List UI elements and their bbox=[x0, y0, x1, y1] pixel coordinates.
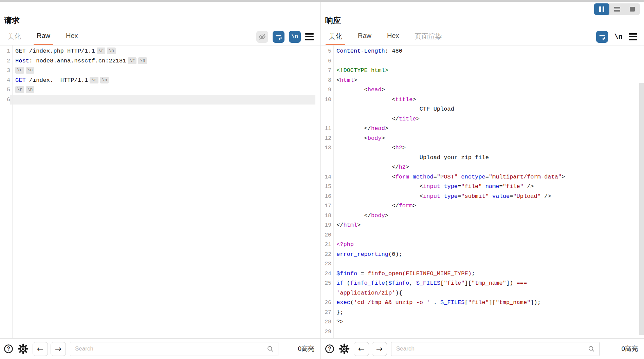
response-panel: 响应 美化RawHex页面渲染 \n 5Content-Length bbox=[321, 2, 644, 359]
code-token: head bbox=[371, 125, 385, 132]
tab-beautify[interactable]: 美化 bbox=[7, 32, 21, 45]
code-token: h2 bbox=[395, 145, 402, 151]
word-wrap-icon[interactable] bbox=[596, 31, 608, 43]
code-token: </ bbox=[336, 125, 371, 132]
newline-display-icon[interactable]: \n bbox=[612, 31, 624, 43]
tab-raw[interactable]: Raw bbox=[358, 32, 371, 45]
code-line-content: <!DOCTYPE html> bbox=[331, 66, 639, 76]
code-line: 16 <input type="submit" value="Upload" /… bbox=[321, 192, 644, 202]
crlf-badge: \n bbox=[138, 57, 147, 64]
line-number: 11 bbox=[321, 124, 331, 134]
tab-render[interactable]: 页面渲染 bbox=[415, 32, 442, 45]
code-line-content bbox=[331, 259, 639, 269]
hide-empty-icon[interactable] bbox=[256, 31, 268, 43]
line-number bbox=[321, 153, 331, 163]
code-token: [ bbox=[464, 299, 468, 306]
code-token: value bbox=[492, 193, 510, 200]
code-line: 20 bbox=[321, 230, 644, 240]
code-token: "file" bbox=[468, 299, 489, 306]
code-line: 24$finfo = finfo_open(FILEINFO_MIME_TYPE… bbox=[321, 269, 644, 279]
code-token: ][ bbox=[489, 299, 496, 306]
response-editor[interactable]: 5Content-Length: 48067<!DOCTYPE html>8<h… bbox=[321, 45, 644, 338]
response-panel-title: 响应 bbox=[325, 15, 341, 26]
code-line: 6 bbox=[321, 56, 644, 66]
code-token bbox=[482, 183, 485, 190]
code-line: 3\r\n bbox=[0, 66, 320, 76]
search-input[interactable] bbox=[395, 345, 588, 353]
line-number: 29 bbox=[321, 327, 331, 337]
search-input[interactable] bbox=[74, 345, 266, 353]
code-token: finfo_file bbox=[350, 280, 385, 286]
code-token: "POST" bbox=[437, 174, 458, 180]
next-match-button[interactable]: → bbox=[51, 342, 66, 356]
code-token: "multipart/form-data" bbox=[489, 174, 562, 180]
code-token: GET bbox=[15, 77, 26, 83]
code-line: 25if (finfo_file($finfo, $_FILES["file"]… bbox=[321, 279, 644, 288]
code-line: 7<!DOCTYPE html> bbox=[321, 66, 644, 76]
help-icon[interactable]: ? bbox=[325, 344, 335, 354]
help-icon[interactable]: ? bbox=[3, 344, 14, 354]
line-number: 5 bbox=[321, 46, 331, 56]
code-line-content: $finfo = finfo_open(FILEINFO_MIME_TYPE); bbox=[331, 269, 639, 279]
code-line: 23 bbox=[321, 259, 644, 269]
gear-icon[interactable] bbox=[338, 343, 350, 355]
search-box bbox=[391, 342, 600, 356]
crlf-badge: \r bbox=[90, 77, 98, 83]
word-wrap-icon[interactable] bbox=[273, 31, 284, 43]
code-line: 8<html> bbox=[321, 76, 644, 86]
request-editor[interactable]: 1GET /index.php HTTP/1.1\r\n2Host: node8… bbox=[0, 45, 320, 338]
code-line-content: <body> bbox=[331, 134, 639, 144]
code-line-content: <head> bbox=[331, 85, 639, 95]
line-number: 16 bbox=[321, 192, 331, 202]
code-token: method bbox=[412, 174, 433, 180]
code-line-content: ?> bbox=[331, 317, 639, 327]
gear-icon[interactable] bbox=[17, 343, 29, 355]
code-token: = bbox=[434, 174, 437, 180]
code-token: > bbox=[412, 96, 416, 103]
code-token: = bbox=[357, 270, 368, 277]
tab-raw[interactable]: Raw bbox=[37, 32, 50, 45]
code-token: ( bbox=[350, 299, 354, 306]
line-number bbox=[321, 105, 331, 114]
code-line-content: GET /index. HTTP/1.1\r\n bbox=[10, 76, 315, 86]
line-number: 4 bbox=[0, 76, 10, 86]
tab-beautify[interactable]: 美化 bbox=[329, 32, 342, 45]
code-line: 27}; bbox=[321, 308, 644, 318]
prev-match-button[interactable]: ← bbox=[33, 342, 48, 356]
request-panel: 请求 美化RawHex bbox=[0, 2, 321, 359]
code-token: </ bbox=[336, 203, 399, 209]
search-box bbox=[70, 342, 278, 356]
code-line-content: </title> bbox=[331, 114, 639, 124]
menu-icon[interactable] bbox=[305, 33, 314, 40]
line-number: 12 bbox=[321, 134, 331, 144]
code-token: ; bbox=[472, 270, 475, 277]
svg-text:?: ? bbox=[7, 346, 10, 352]
crlf-badge: \r bbox=[15, 86, 24, 93]
code-line-content: \r\n bbox=[10, 66, 315, 76]
code-line: 11 </head> bbox=[321, 124, 644, 134]
code-token: </ bbox=[336, 212, 371, 219]
vertical-scrollbar[interactable] bbox=[639, 83, 644, 335]
tab-hex[interactable]: Hex bbox=[66, 32, 78, 45]
code-token: body bbox=[371, 212, 385, 219]
line-number: 22 bbox=[321, 250, 331, 260]
code-line-content: <html> bbox=[331, 76, 639, 86]
svg-text:?: ? bbox=[328, 346, 331, 352]
line-number: 15 bbox=[321, 182, 331, 192]
code-token: ){ bbox=[395, 290, 402, 296]
code-line: 'application/zip'){ bbox=[321, 288, 644, 298]
code-line: </title> bbox=[321, 114, 644, 124]
crlf-badge: \n bbox=[107, 48, 116, 54]
code-token: input bbox=[423, 193, 440, 200]
code-token: > bbox=[562, 174, 565, 180]
next-match-button[interactable]: → bbox=[372, 342, 387, 356]
code-token: type bbox=[444, 193, 458, 200]
code-line: 19</html> bbox=[321, 221, 644, 230]
tab-hex[interactable]: Hex bbox=[387, 32, 399, 45]
code-token: form bbox=[395, 174, 409, 180]
prev-match-button[interactable]: ← bbox=[354, 342, 369, 356]
menu-icon[interactable] bbox=[629, 33, 637, 40]
code-line: 17 </form> bbox=[321, 201, 644, 211]
newline-display-icon[interactable]: \n bbox=[289, 31, 301, 43]
response-tabs: 美化RawHex页面渲染 bbox=[329, 32, 458, 45]
